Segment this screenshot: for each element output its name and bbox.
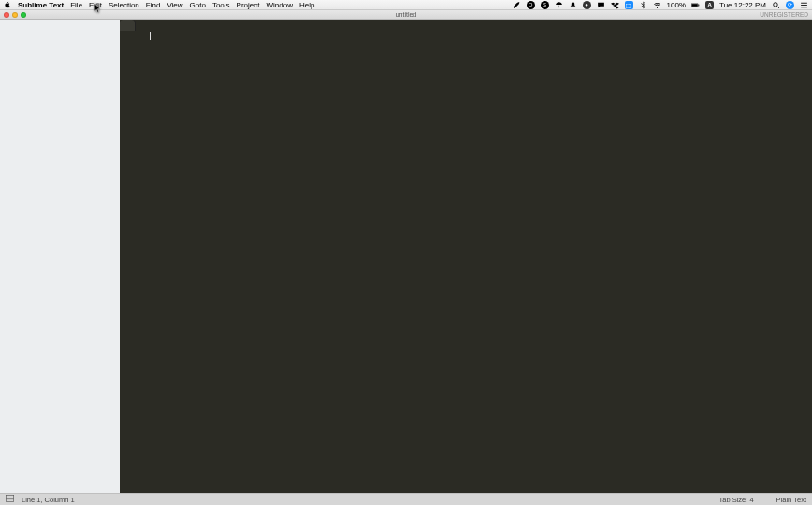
input-a-icon[interactable]: A [705,1,714,9]
tab-size[interactable]: Tab Size: 4 [719,496,754,504]
svg-point-3 [774,2,778,7]
text-cursor [150,32,151,40]
chat-icon[interactable] [597,1,605,9]
menu-file[interactable]: File [70,1,82,9]
svg-line-4 [777,6,779,7]
bell-icon[interactable] [569,1,577,9]
circle-q-icon[interactable]: Q [527,1,535,9]
battery-percent[interactable]: 100% [667,1,686,9]
macos-menubar: Sublime Text File Edit Selection Find Vi… [0,0,812,10]
window-minimize-button[interactable] [12,12,18,18]
rocket-icon[interactable] [513,1,521,9]
menu-selection[interactable]: Selection [109,1,139,9]
svg-rect-8 [6,495,13,501]
menu-tools[interactable]: Tools [212,1,230,9]
tab-untitled[interactable] [120,20,136,31]
menubar-clock[interactable]: Tue 12:22 PM [719,1,766,9]
menu-find[interactable]: Find [146,1,161,9]
sidebar[interactable] [0,20,120,493]
bluetooth-icon[interactable] [639,1,647,9]
blue-circle-icon[interactable]: ⟳ [786,1,794,9]
window-close-button[interactable] [4,12,9,18]
svg-rect-1 [691,4,697,7]
umbrella-icon[interactable] [555,1,563,9]
window-title: untitled [0,11,812,18]
editor-area [120,20,812,493]
battery-icon[interactable] [691,1,700,9]
unregistered-label: UNREGISTERED [760,11,812,18]
svg-rect-2 [698,4,699,6]
workspace [0,20,812,493]
menu-goto[interactable]: Goto [190,1,206,9]
menu-view[interactable]: View [167,1,182,9]
dropbox-icon[interactable] [611,1,619,9]
menu-edit[interactable]: Edit [89,1,102,9]
skype-icon[interactable]: S [541,1,549,9]
notification-center-icon[interactable] [800,1,808,9]
apple-logo-icon[interactable] [4,1,11,8]
status-bar: Line 1, Column 1 Tab Size: 4 Plain Text [0,493,812,505]
square-blue-icon[interactable]: ⬚ [625,1,633,9]
circle-icon-1[interactable]: ● [583,1,591,9]
app-name[interactable]: Sublime Text [18,1,64,9]
panel-switcher-icon[interactable] [6,495,14,504]
tab-bar [120,20,136,31]
spotlight-search-icon[interactable] [772,1,780,9]
menu-window[interactable]: Window [267,1,293,9]
syntax-mode[interactable]: Plain Text [776,496,806,504]
window-maximize-button[interactable] [21,12,26,18]
window-titlebar: untitled UNREGISTERED [0,10,812,20]
wifi-icon[interactable] [653,1,661,9]
text-editor[interactable] [148,31,812,493]
menu-project[interactable]: Project [237,1,260,9]
menu-help[interactable]: Help [299,1,314,9]
line-number-gutter [120,31,148,493]
cursor-position[interactable]: Line 1, Column 1 [22,496,75,504]
